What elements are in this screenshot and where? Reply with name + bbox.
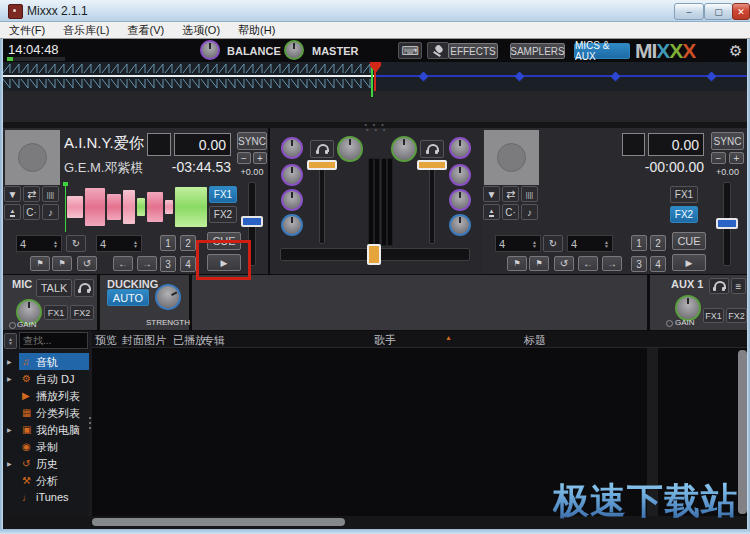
column-preview[interactable]: 预览 bbox=[95, 333, 117, 348]
deck1-passthrough-icon[interactable]: ▼ bbox=[4, 186, 21, 202]
expand-arrow-icon[interactable]: ▶ bbox=[7, 358, 12, 365]
deck1-sync-button[interactable]: SYNC bbox=[237, 132, 267, 150]
deck2-loop-out-icon[interactable]: ⚑ bbox=[529, 256, 549, 271]
gear-icon[interactable]: ⚙ bbox=[729, 42, 742, 60]
deck1-beatjump-back-icon[interactable]: ← bbox=[113, 256, 133, 271]
ducking-auto-button[interactable]: AUTO bbox=[107, 289, 149, 306]
mic-fx2-button[interactable]: FX2 bbox=[70, 305, 94, 320]
sidebar-item-history[interactable]: ▶ ↺ 历史 bbox=[3, 455, 89, 472]
deck1-headphone-button[interactable] bbox=[310, 140, 334, 158]
deck2-volume-slider[interactable] bbox=[429, 162, 435, 244]
sidebar-item-computer[interactable]: ▶ ▣ 我的电脑 bbox=[3, 421, 89, 438]
deck2-beatloop-size[interactable]: 4▲▼ bbox=[495, 235, 541, 252]
deck2-volume-slider-handle[interactable] bbox=[417, 160, 447, 170]
deck2-hotcue-4[interactable]: 4 bbox=[650, 256, 666, 272]
deck1-eq-high-knob[interactable] bbox=[281, 137, 303, 159]
deck2-quantize-icon[interactable]: C· bbox=[502, 204, 519, 220]
deck2-filter-knob[interactable] bbox=[449, 214, 471, 236]
deck1-volume-slider[interactable] bbox=[319, 162, 325, 244]
deck2-fx2-button[interactable]: FX2 bbox=[670, 206, 698, 223]
aux-fx2-button[interactable]: FX2 bbox=[726, 308, 747, 323]
deck1-hotcue-1[interactable]: 1 bbox=[160, 235, 176, 251]
keyboard-icon[interactable]: ⌨ bbox=[398, 42, 422, 59]
menu-help[interactable]: 帮助(H) bbox=[229, 23, 284, 38]
deck2-eq-high-knob[interactable] bbox=[449, 137, 471, 159]
waveform-deck2[interactable] bbox=[3, 91, 747, 122]
sidebar-item-crates[interactable]: ▦ 分类列表 bbox=[3, 404, 89, 421]
deck2-eq-low-knob[interactable] bbox=[449, 189, 471, 211]
deck2-eject-icon[interactable]: ▲ bbox=[483, 204, 500, 220]
deck1-pitch-up-button[interactable]: + bbox=[253, 152, 267, 164]
aux-eq-button[interactable]: ≡ bbox=[731, 278, 746, 294]
mic-headphone-button[interactable] bbox=[74, 279, 94, 297]
menu-library[interactable]: 音乐库(L) bbox=[54, 23, 118, 38]
crossfader-handle[interactable] bbox=[367, 244, 381, 265]
deck2-passthrough-icon[interactable]: ▼ bbox=[483, 186, 500, 202]
deck2-cover-art[interactable] bbox=[484, 130, 539, 185]
vertical-scrollbar-thumb[interactable] bbox=[738, 350, 747, 514]
column-artist[interactable]: 歌手 bbox=[374, 333, 396, 348]
deck1-filter-knob[interactable] bbox=[281, 214, 303, 236]
mic-talk-button[interactable]: TALK bbox=[36, 279, 72, 297]
deck2-beatjump-forward-icon[interactable]: → bbox=[602, 256, 622, 271]
aux-headphone-button[interactable] bbox=[709, 278, 729, 294]
deck2-fx1-button[interactable]: FX1 bbox=[670, 186, 698, 203]
expand-arrow-icon[interactable]: ▶ bbox=[7, 375, 12, 382]
horizontal-scrollbar-thumb[interactable] bbox=[92, 518, 345, 526]
deck2-pitch-slider-handle[interactable] bbox=[716, 218, 738, 229]
deck2-headphone-button[interactable] bbox=[420, 140, 444, 158]
deck2-eq-mid-knob[interactable] bbox=[449, 164, 471, 186]
search-input[interactable] bbox=[19, 332, 88, 349]
menu-file[interactable]: 文件(F) bbox=[0, 23, 54, 38]
deck1-pitch-slider-handle[interactable] bbox=[241, 216, 263, 227]
deck2-play-button[interactable]: ▶ bbox=[672, 254, 706, 271]
deck1-eq-low-knob[interactable] bbox=[281, 189, 303, 211]
deck1-pitch-down-button[interactable]: − bbox=[237, 152, 251, 164]
deck2-repeat-icon[interactable]: ⇄ bbox=[502, 186, 519, 202]
deck2-sync-button[interactable]: SYNC bbox=[711, 132, 744, 150]
balance-knob[interactable] bbox=[200, 40, 220, 60]
deck1-cover-art[interactable] bbox=[5, 130, 60, 185]
titlebar[interactable]: Mixxx 2.1.1 – ▢ ✕ bbox=[0, 0, 750, 22]
column-played[interactable]: 已播放 bbox=[173, 333, 206, 348]
deck1-volume-slider-handle[interactable] bbox=[307, 160, 337, 170]
deck2-hotcue-1[interactable]: 1 bbox=[631, 235, 647, 251]
effects-button[interactable]: EFFECTS bbox=[448, 43, 498, 59]
minimize-button[interactable]: – bbox=[674, 3, 704, 20]
deck1-beatloop-size[interactable]: 4▲▼ bbox=[16, 235, 62, 252]
deck1-beatjump-forward-icon[interactable]: → bbox=[137, 256, 157, 271]
deck2-hotcue-3[interactable]: 3 bbox=[631, 256, 647, 272]
deck1-beatjump-size[interactable]: 4▲▼ bbox=[96, 235, 142, 252]
sidebar-item-tracks[interactable]: ▶ ♫ 音轨 bbox=[3, 353, 89, 370]
deck2-reloop-icon[interactable]: ↺ bbox=[554, 256, 574, 271]
deck1-eq-mid-knob[interactable] bbox=[281, 164, 303, 186]
sort-ascending-icon[interactable]: ▲ bbox=[445, 334, 452, 341]
deck1-fx2-button[interactable]: FX2 bbox=[209, 206, 237, 223]
deck1-repeat-icon[interactable]: ⇄ bbox=[23, 186, 40, 202]
deck1-loop-in-icon[interactable]: ⚑ bbox=[30, 256, 50, 271]
close-button[interactable]: ✕ bbox=[732, 3, 750, 20]
deck2-pitch-down-button[interactable]: − bbox=[711, 152, 726, 164]
mixer-splitter-handle[interactable]: • • • bbox=[366, 126, 387, 133]
deck1-quantize-icon[interactable]: C· bbox=[23, 204, 40, 220]
deck1-gain-knob[interactable] bbox=[337, 136, 363, 162]
samplers-button[interactable]: SAMPLERS bbox=[510, 43, 565, 59]
deck2-hotcue-2[interactable]: 2 bbox=[650, 235, 666, 251]
broadcast-icon[interactable] bbox=[427, 42, 449, 59]
search-spinner[interactable]: ▲▼ bbox=[4, 333, 17, 349]
deck1-eject-icon[interactable]: ▲ bbox=[4, 204, 21, 220]
master-knob[interactable] bbox=[284, 40, 304, 60]
expand-arrow-icon[interactable]: ▶ bbox=[7, 426, 12, 433]
mics-aux-button[interactable]: MICS & AUX bbox=[574, 43, 630, 59]
deck1-hotcue-4[interactable]: 4 bbox=[180, 256, 196, 272]
deck1-hotcue-3[interactable]: 3 bbox=[160, 256, 176, 272]
deck1-beatloop-toggle-icon[interactable]: ↻ bbox=[66, 235, 86, 252]
maximize-button[interactable]: ▢ bbox=[704, 3, 733, 20]
aux-fx1-button[interactable]: FX1 bbox=[703, 308, 724, 323]
sidebar-item-recordings[interactable]: ◉ 录制 bbox=[3, 438, 89, 455]
column-coverart[interactable]: 封面图片 bbox=[122, 333, 166, 348]
deck2-keylock-icon[interactable]: ♪ bbox=[521, 204, 538, 220]
column-title[interactable]: 标题 bbox=[524, 333, 546, 348]
deck1-hotcue-2[interactable]: 2 bbox=[180, 235, 196, 251]
deck1-keylock-icon[interactable]: ♪ bbox=[42, 204, 59, 220]
